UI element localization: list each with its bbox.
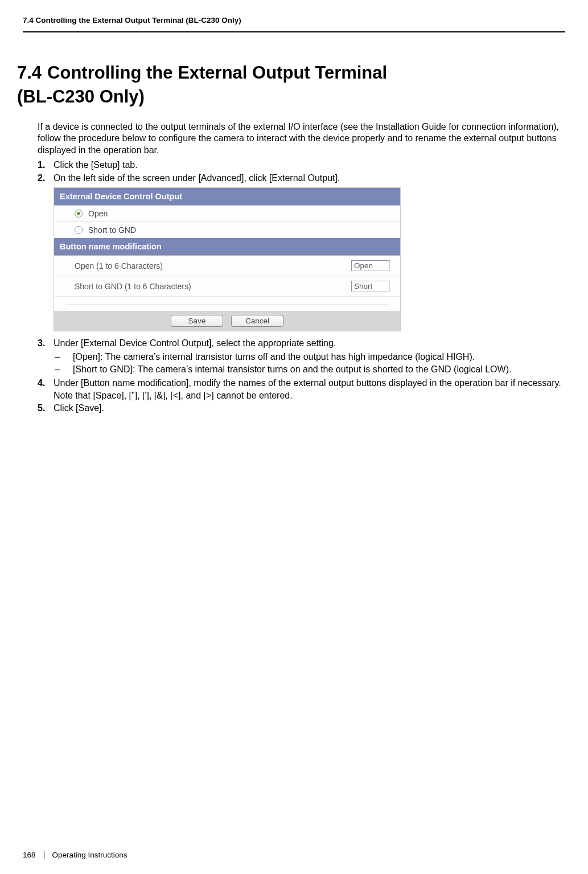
cancel-button[interactable]: Cancel (231, 315, 283, 327)
steps-list: 1. Click the [Setup] tab. 2. On the left… (38, 159, 562, 184)
radio-open[interactable] (75, 210, 83, 218)
radio-row-short-gnd[interactable]: Short to GND (54, 222, 400, 238)
steps-list-cont: 3. Under [External Device Control Output… (38, 337, 562, 415)
step-1-text: Click the [Setup] tab. (54, 159, 562, 171)
radio-open-label: Open (88, 209, 108, 218)
step-5: 5. Click [Save]. (38, 402, 562, 415)
radio-short-gnd[interactable] (75, 226, 83, 234)
save-button[interactable]: Save (171, 315, 223, 327)
page-number: 168 (23, 851, 44, 859)
step-3-text: Under [External Device Control Output], … (54, 338, 336, 348)
page-footer: 168 Operating Instructions (23, 851, 128, 859)
panel-header-control-output: External Device Control Output (54, 188, 400, 206)
panel-header-button-name: Button name modification (54, 238, 400, 256)
step-2: 2. On the left side of the screen under … (38, 172, 562, 184)
running-header: 7.4 Controlling the External Output Term… (23, 16, 565, 32)
step-2-number: 2. (38, 172, 54, 184)
step-4-text: Under [Button name modification], modify… (54, 377, 562, 401)
form-row-short: Short to GND (1 to 6 Characters) (54, 276, 400, 297)
step-3-number: 3. (38, 337, 54, 376)
dash-icon: – (54, 351, 73, 363)
short-label: Short to GND (1 to 6 Characters) (75, 282, 351, 291)
open-input[interactable] (351, 260, 390, 271)
radio-row-open[interactable]: Open (54, 206, 400, 222)
section-number: 7.4 (17, 63, 42, 83)
dash-icon: – (54, 363, 73, 376)
title-line-2: (BL-C230 Only) (17, 87, 145, 106)
step-4: 4. Under [Button name modification], mod… (38, 377, 562, 401)
title-line-1: Controlling the External Output Terminal (47, 63, 387, 83)
step-3-sub-a: – [Open]: The camera’s internal transist… (54, 351, 562, 363)
radio-short-gnd-label: Short to GND (88, 225, 136, 235)
step-3: 3. Under [External Device Control Output… (38, 337, 562, 376)
step-3-sub-b-text: [Short to GND]: The camera’s internal tr… (73, 363, 511, 376)
button-bar: Save Cancel (54, 311, 400, 331)
open-label: Open (1 to 6 Characters) (75, 261, 351, 270)
step-4-number: 4. (38, 377, 54, 401)
step-5-text: Click [Save]. (54, 402, 562, 415)
step-3-sub-a-text: [Open]: The camera’s internal transistor… (73, 351, 475, 363)
intro-paragraph: If a device is connected to the output t… (38, 121, 562, 157)
step-3-sub-b: – [Short to GND]: The camera’s internal … (54, 363, 562, 376)
step-1-number: 1. (38, 159, 54, 171)
short-input[interactable] (351, 281, 390, 292)
step-2-text: On the left side of the screen under [Ad… (54, 172, 562, 184)
external-output-panel: External Device Control Output Open Shor… (54, 187, 401, 331)
doc-title: Operating Instructions (52, 851, 128, 859)
section-title: 7.4Controlling the External Output Termi… (17, 61, 565, 109)
divider-zone (54, 297, 400, 311)
form-row-open: Open (1 to 6 Characters) (54, 256, 400, 276)
step-1: 1. Click the [Setup] tab. (38, 159, 562, 171)
step-5-number: 5. (38, 402, 54, 415)
